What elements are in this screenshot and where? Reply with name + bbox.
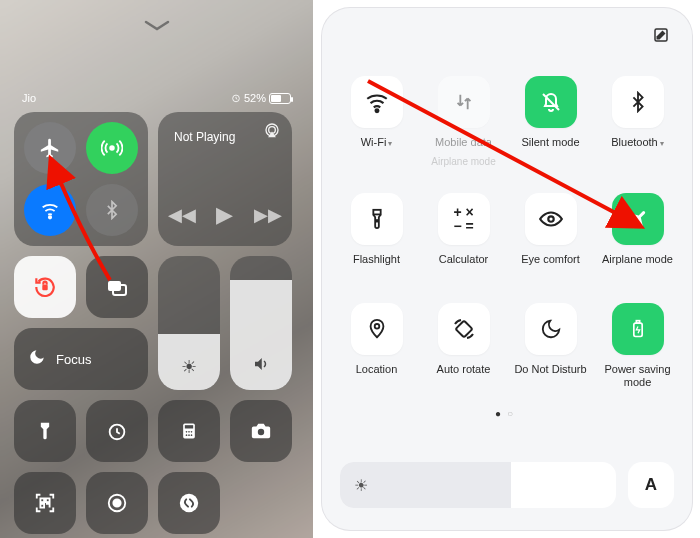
- svg-point-14: [186, 434, 188, 436]
- brightness-slider[interactable]: ☀: [340, 462, 616, 508]
- qs-power-saving[interactable]: Power saving mode: [597, 303, 678, 388]
- battery-icon: [628, 319, 648, 339]
- flashlight-button[interactable]: [14, 400, 76, 462]
- timer-button[interactable]: [86, 400, 148, 462]
- airplane-icon: [39, 137, 61, 159]
- flashlight-icon: [35, 421, 55, 441]
- svg-rect-20: [40, 504, 44, 508]
- antenna-icon: [101, 137, 123, 159]
- bluetooth-icon: [627, 91, 649, 113]
- qs-silent-mode[interactable]: Silent mode: [510, 76, 591, 167]
- calculator-icon: [179, 421, 199, 441]
- svg-rect-18: [40, 498, 44, 502]
- qs-airplane-mode[interactable]: Airplane mode: [597, 193, 678, 277]
- next-track-icon[interactable]: ▶▶: [254, 204, 282, 226]
- airplane-mode-toggle[interactable]: [24, 122, 76, 174]
- record-button[interactable]: [86, 472, 148, 534]
- svg-point-29: [374, 324, 379, 329]
- qs-location[interactable]: Location: [336, 303, 417, 388]
- flashlight-icon: [366, 208, 388, 230]
- rotation-lock-icon: [32, 274, 58, 300]
- qs-bluetooth[interactable]: Bluetooth▾: [597, 76, 678, 167]
- ios-control-center: Jio 52% Not Playing: [0, 0, 313, 538]
- eye-icon: [538, 206, 564, 232]
- svg-point-28: [548, 216, 553, 221]
- alarm-icon: [231, 93, 241, 103]
- cellular-toggle[interactable]: [86, 122, 138, 174]
- airplay-icon[interactable]: [264, 122, 280, 141]
- wifi-icon: [39, 199, 61, 221]
- screen-mirroring-button[interactable]: [86, 256, 148, 318]
- prev-track-icon[interactable]: ◀◀: [168, 204, 196, 226]
- sun-icon: ☀: [354, 476, 368, 495]
- sun-icon: ☀: [181, 356, 197, 378]
- mirroring-icon: [105, 275, 129, 299]
- media-card[interactable]: Not Playing ◀◀ ▶ ▶▶: [158, 112, 292, 246]
- volume-slider[interactable]: [230, 256, 292, 390]
- shazam-icon: [178, 492, 200, 514]
- orientation-lock-toggle[interactable]: [14, 256, 76, 318]
- android-quick-settings: Wi-Fi▾ Mobile data Airplane mode Silent …: [322, 8, 692, 530]
- qs-grid: Wi-Fi▾ Mobile data Airplane mode Silent …: [336, 76, 678, 388]
- qs-eye-comfort[interactable]: Eye comfort: [510, 193, 591, 277]
- svg-point-16: [191, 434, 193, 436]
- svg-rect-30: [455, 321, 472, 338]
- wifi-icon: [364, 89, 390, 115]
- moon-icon: [540, 318, 562, 340]
- svg-rect-32: [636, 321, 639, 324]
- edit-icon[interactable]: [652, 26, 670, 49]
- svg-rect-19: [46, 498, 50, 502]
- svg-rect-10: [185, 425, 193, 428]
- qs-flashlight[interactable]: Flashlight: [336, 193, 417, 277]
- focus-label: Focus: [56, 352, 91, 367]
- battery-pct: 52%: [244, 92, 266, 104]
- svg-point-2: [49, 216, 51, 218]
- svg-point-27: [376, 220, 378, 222]
- calculator-button[interactable]: [158, 400, 220, 462]
- record-icon: [106, 492, 128, 514]
- qs-auto-rotate[interactable]: Auto rotate: [423, 303, 504, 388]
- bluetooth-toggle[interactable]: [86, 184, 138, 236]
- qs-mobile-data[interactable]: Mobile data Airplane mode: [423, 76, 504, 167]
- qr-scan-button[interactable]: [14, 472, 76, 534]
- focus-button[interactable]: Focus: [14, 328, 148, 390]
- speaker-icon: [252, 355, 270, 378]
- timer-icon: [106, 420, 128, 442]
- qr-icon: [34, 492, 56, 514]
- chevron-down-icon[interactable]: [144, 14, 170, 37]
- qs-calculator[interactable]: + ×− = Calculator: [423, 193, 504, 277]
- svg-rect-26: [373, 210, 380, 215]
- svg-point-13: [191, 431, 193, 433]
- battery-icon: [269, 93, 291, 104]
- svg-point-25: [375, 109, 378, 112]
- calculator-icon: + ×− =: [438, 193, 490, 245]
- svg-point-15: [188, 434, 190, 436]
- svg-point-12: [188, 431, 190, 433]
- svg-point-23: [180, 494, 198, 512]
- moon-icon: [28, 348, 46, 371]
- qs-wifi[interactable]: Wi-Fi▾: [336, 76, 417, 167]
- svg-point-11: [186, 431, 188, 433]
- auto-brightness-button[interactable]: A: [628, 462, 674, 508]
- brightness-slider[interactable]: ☀: [158, 256, 220, 390]
- rotate-icon: [452, 317, 476, 341]
- bluetooth-icon: [102, 200, 122, 220]
- bell-off-icon: [539, 90, 563, 114]
- airplane-icon: [626, 207, 650, 231]
- svg-rect-5: [42, 285, 47, 290]
- wifi-toggle[interactable]: [24, 184, 76, 236]
- camera-icon: [250, 420, 272, 442]
- camera-button[interactable]: [230, 400, 292, 462]
- svg-point-22: [113, 499, 120, 506]
- data-icon: [453, 91, 475, 113]
- carrier-label: Jio: [22, 92, 36, 104]
- shazam-button[interactable]: [158, 472, 220, 534]
- status-bar: Jio 52%: [22, 92, 291, 104]
- svg-point-17: [258, 429, 264, 435]
- connectivity-card[interactable]: [14, 112, 148, 246]
- svg-point-1: [110, 146, 114, 150]
- qs-dnd[interactable]: Do Not Disturb: [510, 303, 591, 388]
- page-indicator[interactable]: ●○: [336, 408, 678, 419]
- play-icon[interactable]: ▶: [216, 202, 233, 228]
- location-icon: [366, 318, 388, 340]
